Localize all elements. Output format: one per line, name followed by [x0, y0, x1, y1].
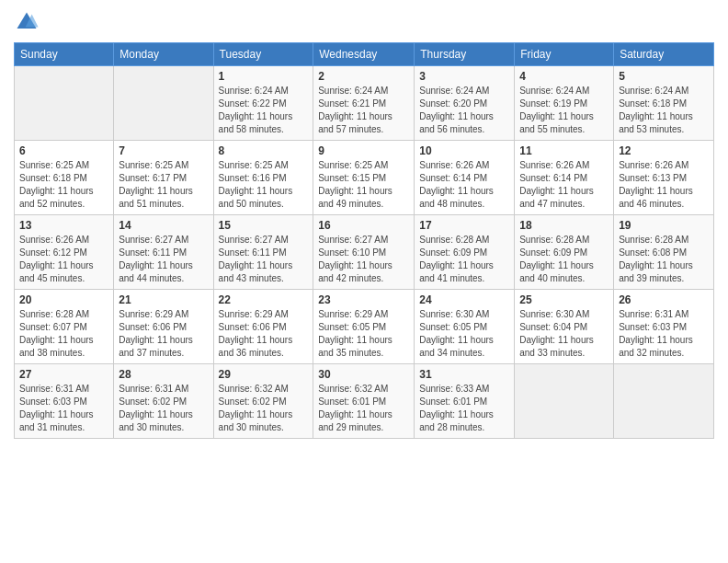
- calendar-cell: 2Sunrise: 6:24 AM Sunset: 6:21 PM Daylig…: [313, 66, 415, 141]
- calendar-cell: [515, 364, 614, 439]
- calendar-cell: 27Sunrise: 6:31 AM Sunset: 6:03 PM Dayli…: [15, 364, 114, 439]
- day-number: 22: [219, 293, 309, 306]
- calendar-cell: 3Sunrise: 6:24 AM Sunset: 6:20 PM Daylig…: [415, 66, 515, 141]
- day-info: Sunrise: 6:28 AM Sunset: 6:09 PM Dayligh…: [419, 234, 509, 285]
- day-header-friday: Friday: [515, 43, 614, 66]
- calendar-header: SundayMondayTuesdayWednesdayThursdayFrid…: [15, 43, 714, 66]
- calendar-cell: 28Sunrise: 6:31 AM Sunset: 6:02 PM Dayli…: [114, 364, 213, 439]
- day-number: 27: [19, 368, 108, 381]
- day-info: Sunrise: 6:31 AM Sunset: 6:03 PM Dayligh…: [619, 308, 709, 360]
- day-info: Sunrise: 6:24 AM Sunset: 6:18 PM Dayligh…: [619, 85, 709, 136]
- day-info: Sunrise: 6:25 AM Sunset: 6:15 PM Dayligh…: [318, 159, 409, 211]
- day-number: 13: [19, 219, 108, 232]
- day-number: 31: [419, 368, 509, 381]
- logo-icon: [14, 9, 40, 35]
- day-number: 1: [219, 70, 309, 83]
- calendar-cell: 6Sunrise: 6:25 AM Sunset: 6:18 PM Daylig…: [15, 141, 114, 215]
- day-info: Sunrise: 6:32 AM Sunset: 6:01 PM Dayligh…: [318, 383, 409, 434]
- day-header-sunday: Sunday: [15, 43, 114, 66]
- day-header-monday: Monday: [114, 43, 213, 66]
- day-info: Sunrise: 6:26 AM Sunset: 6:12 PM Dayligh…: [19, 234, 108, 285]
- day-info: Sunrise: 6:24 AM Sunset: 6:19 PM Dayligh…: [519, 85, 609, 136]
- day-info: Sunrise: 6:29 AM Sunset: 6:06 PM Dayligh…: [119, 308, 208, 360]
- calendar-cell: 9Sunrise: 6:25 AM Sunset: 6:15 PM Daylig…: [313, 141, 415, 215]
- day-info: Sunrise: 6:24 AM Sunset: 6:20 PM Dayligh…: [419, 85, 509, 136]
- day-number: 2: [318, 70, 409, 83]
- day-header-tuesday: Tuesday: [213, 43, 313, 66]
- day-number: 16: [318, 219, 409, 232]
- day-header-saturday: Saturday: [614, 43, 714, 66]
- day-number: 17: [419, 219, 509, 232]
- day-number: 25: [519, 293, 609, 306]
- day-number: 14: [119, 219, 208, 232]
- day-number: 4: [519, 70, 609, 83]
- calendar-cell: 21Sunrise: 6:29 AM Sunset: 6:06 PM Dayli…: [114, 290, 213, 364]
- week-row-4: 20Sunrise: 6:28 AM Sunset: 6:07 PM Dayli…: [15, 290, 714, 364]
- header: [14, 9, 714, 35]
- calendar-cell: [614, 364, 714, 439]
- calendar-cell: 31Sunrise: 6:33 AM Sunset: 6:01 PM Dayli…: [415, 364, 515, 439]
- day-info: Sunrise: 6:27 AM Sunset: 6:10 PM Dayligh…: [318, 234, 409, 285]
- calendar-cell: 22Sunrise: 6:29 AM Sunset: 6:06 PM Dayli…: [213, 290, 313, 364]
- calendar-cell: 20Sunrise: 6:28 AM Sunset: 6:07 PM Dayli…: [15, 290, 114, 364]
- day-info: Sunrise: 6:27 AM Sunset: 6:11 PM Dayligh…: [119, 234, 208, 285]
- day-header-thursday: Thursday: [415, 43, 515, 66]
- calendar-body: 1Sunrise: 6:24 AM Sunset: 6:22 PM Daylig…: [15, 66, 714, 439]
- day-info: Sunrise: 6:26 AM Sunset: 6:14 PM Dayligh…: [419, 159, 509, 211]
- calendar-cell: 19Sunrise: 6:28 AM Sunset: 6:08 PM Dayli…: [614, 215, 714, 290]
- day-info: Sunrise: 6:26 AM Sunset: 6:14 PM Dayligh…: [519, 159, 609, 211]
- day-info: Sunrise: 6:25 AM Sunset: 6:16 PM Dayligh…: [219, 159, 309, 211]
- calendar-cell: 12Sunrise: 6:26 AM Sunset: 6:13 PM Dayli…: [614, 141, 714, 215]
- day-number: 3: [419, 70, 509, 83]
- day-info: Sunrise: 6:31 AM Sunset: 6:02 PM Dayligh…: [119, 383, 208, 434]
- day-number: 15: [219, 219, 309, 232]
- day-info: Sunrise: 6:24 AM Sunset: 6:22 PM Dayligh…: [219, 85, 309, 136]
- calendar-cell: 24Sunrise: 6:30 AM Sunset: 6:05 PM Dayli…: [415, 290, 515, 364]
- day-info: Sunrise: 6:24 AM Sunset: 6:21 PM Dayligh…: [318, 85, 409, 136]
- calendar-cell: 1Sunrise: 6:24 AM Sunset: 6:22 PM Daylig…: [213, 66, 313, 141]
- day-info: Sunrise: 6:27 AM Sunset: 6:11 PM Dayligh…: [219, 234, 309, 285]
- day-number: 29: [219, 368, 309, 381]
- week-row-2: 6Sunrise: 6:25 AM Sunset: 6:18 PM Daylig…: [15, 141, 714, 215]
- calendar-cell: 8Sunrise: 6:25 AM Sunset: 6:16 PM Daylig…: [213, 141, 313, 215]
- day-number: 8: [219, 144, 309, 157]
- day-number: 21: [119, 293, 208, 306]
- days-header-row: SundayMondayTuesdayWednesdayThursdayFrid…: [15, 43, 714, 66]
- day-number: 28: [119, 368, 208, 381]
- day-info: Sunrise: 6:32 AM Sunset: 6:02 PM Dayligh…: [219, 383, 309, 434]
- day-info: Sunrise: 6:25 AM Sunset: 6:17 PM Dayligh…: [119, 159, 208, 211]
- day-number: 7: [119, 144, 208, 157]
- week-row-5: 27Sunrise: 6:31 AM Sunset: 6:03 PM Dayli…: [15, 364, 714, 439]
- day-info: Sunrise: 6:30 AM Sunset: 6:05 PM Dayligh…: [419, 308, 509, 360]
- day-number: 19: [619, 219, 709, 232]
- week-row-1: 1Sunrise: 6:24 AM Sunset: 6:22 PM Daylig…: [15, 66, 714, 141]
- page: SundayMondayTuesdayWednesdayThursdayFrid…: [0, 0, 728, 448]
- calendar: SundayMondayTuesdayWednesdayThursdayFrid…: [14, 42, 714, 439]
- calendar-cell: 29Sunrise: 6:32 AM Sunset: 6:02 PM Dayli…: [213, 364, 313, 439]
- day-info: Sunrise: 6:28 AM Sunset: 6:08 PM Dayligh…: [619, 234, 709, 285]
- day-header-wednesday: Wednesday: [313, 43, 415, 66]
- day-info: Sunrise: 6:33 AM Sunset: 6:01 PM Dayligh…: [419, 383, 509, 434]
- day-number: 30: [318, 368, 409, 381]
- calendar-cell: 30Sunrise: 6:32 AM Sunset: 6:01 PM Dayli…: [313, 364, 415, 439]
- day-info: Sunrise: 6:31 AM Sunset: 6:03 PM Dayligh…: [19, 383, 108, 434]
- calendar-cell: 11Sunrise: 6:26 AM Sunset: 6:14 PM Dayli…: [515, 141, 614, 215]
- day-number: 26: [619, 293, 709, 306]
- calendar-cell: 25Sunrise: 6:30 AM Sunset: 6:04 PM Dayli…: [515, 290, 614, 364]
- calendar-cell: [15, 66, 114, 141]
- calendar-cell: 13Sunrise: 6:26 AM Sunset: 6:12 PM Dayli…: [15, 215, 114, 290]
- day-info: Sunrise: 6:26 AM Sunset: 6:13 PM Dayligh…: [619, 159, 709, 211]
- day-info: Sunrise: 6:28 AM Sunset: 6:09 PM Dayligh…: [519, 234, 609, 285]
- day-info: Sunrise: 6:29 AM Sunset: 6:05 PM Dayligh…: [318, 308, 409, 360]
- day-info: Sunrise: 6:28 AM Sunset: 6:07 PM Dayligh…: [19, 308, 108, 360]
- day-number: 11: [519, 144, 609, 157]
- calendar-cell: 26Sunrise: 6:31 AM Sunset: 6:03 PM Dayli…: [614, 290, 714, 364]
- day-number: 18: [519, 219, 609, 232]
- calendar-cell: 16Sunrise: 6:27 AM Sunset: 6:10 PM Dayli…: [313, 215, 415, 290]
- logo: [14, 9, 43, 35]
- week-row-3: 13Sunrise: 6:26 AM Sunset: 6:12 PM Dayli…: [15, 215, 714, 290]
- day-number: 6: [19, 144, 108, 157]
- day-number: 12: [619, 144, 709, 157]
- calendar-cell: 4Sunrise: 6:24 AM Sunset: 6:19 PM Daylig…: [515, 66, 614, 141]
- calendar-cell: 14Sunrise: 6:27 AM Sunset: 6:11 PM Dayli…: [114, 215, 213, 290]
